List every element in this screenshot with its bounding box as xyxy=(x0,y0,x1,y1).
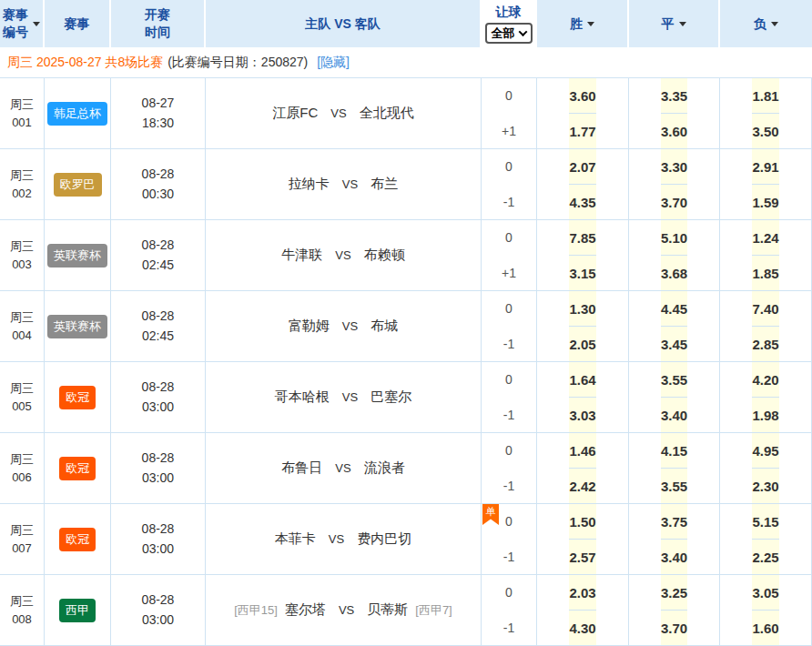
lose-odds[interactable]: 4.95 xyxy=(752,433,778,469)
teams-cell: 牛津联 VS 布赖顿 xyxy=(206,220,482,290)
header-match-number[interactable]: 赛事 编号 xyxy=(0,0,45,47)
draw-odds[interactable]: 3.45 xyxy=(661,327,687,361)
match-number: 001 xyxy=(12,114,32,132)
draw-odds[interactable]: 3.30 xyxy=(661,149,687,185)
home-team: 拉纳卡 xyxy=(289,176,330,193)
match-number-cell: 周三 006 xyxy=(0,433,45,503)
win-odds[interactable]: 3.15 xyxy=(569,256,595,290)
win-odds[interactable]: 1.46 xyxy=(569,433,595,469)
lose-odds-column: 4.20 1.98 xyxy=(720,362,812,432)
home-team: 江原FC xyxy=(272,105,318,122)
sort-arrow-icon[interactable] xyxy=(587,22,594,26)
win-odds[interactable]: 1.77 xyxy=(569,114,595,148)
lose-odds[interactable]: 4.20 xyxy=(752,362,778,398)
league-cell: 英联赛杯 xyxy=(45,291,111,361)
header-handicap: 让球 全部 xyxy=(482,0,537,47)
match-time: 02:45 xyxy=(142,327,174,347)
match-number: 008 xyxy=(12,611,32,629)
handicap-cell: 0 -1 xyxy=(482,291,537,361)
match-time: 03:00 xyxy=(142,540,174,560)
hide-link[interactable]: [隐藏] xyxy=(317,55,350,71)
draw-odds[interactable]: 3.75 xyxy=(661,504,687,540)
home-team: 哥本哈根 xyxy=(275,389,330,406)
draw-odds[interactable]: 3.55 xyxy=(661,362,687,398)
match-day: 周三 xyxy=(10,592,34,611)
draw-odds[interactable]: 3.55 xyxy=(661,469,687,503)
start-time-cell: 08-27 18:30 xyxy=(111,78,206,148)
win-odds[interactable]: 1.64 xyxy=(569,362,595,398)
lose-odds[interactable]: 2.85 xyxy=(752,327,778,361)
win-odds[interactable]: 4.35 xyxy=(569,185,595,219)
draw-odds-column: 4.45 3.45 xyxy=(629,291,720,361)
draw-odds[interactable]: 4.15 xyxy=(661,433,687,469)
draw-odds[interactable]: 3.68 xyxy=(661,256,687,290)
league-cell: 英联赛杯 xyxy=(45,220,111,290)
win-odds[interactable]: 1.30 xyxy=(569,291,595,327)
win-odds[interactable]: 1.50 xyxy=(569,504,595,540)
handicap-value: +1 xyxy=(482,256,536,291)
lose-odds[interactable]: 2.25 xyxy=(752,540,778,574)
match-time: 03:00 xyxy=(142,611,174,631)
league-badge: 欧冠 xyxy=(59,457,96,480)
lose-odds[interactable]: 7.40 xyxy=(752,291,778,327)
sort-arrow-icon[interactable] xyxy=(679,22,686,26)
sort-arrow-icon[interactable] xyxy=(33,22,40,26)
win-odds[interactable]: 2.07 xyxy=(569,149,595,185)
draw-odds[interactable]: 3.70 xyxy=(661,611,687,645)
match-row: 周三 006 欧冠 08-28 03:00 布鲁日 VS 流浪者 0 -1 1.… xyxy=(0,433,812,504)
handicap-value: 0 xyxy=(482,575,536,611)
teams-cell: 本菲卡 VS 费内巴切 xyxy=(206,504,482,574)
draw-odds[interactable]: 3.35 xyxy=(661,78,687,114)
match-number-cell: 周三 001 xyxy=(0,78,45,148)
lose-odds[interactable]: 3.05 xyxy=(752,575,778,611)
win-odds-column: 3.60 1.77 xyxy=(537,78,629,148)
match-date: 08-28 xyxy=(142,236,175,256)
handicap-value: 0 xyxy=(482,220,536,256)
draw-odds[interactable]: 4.45 xyxy=(661,291,687,327)
draw-odds[interactable]: 3.40 xyxy=(661,398,687,432)
lose-odds[interactable]: 3.50 xyxy=(752,114,778,148)
header-win[interactable]: 胜 xyxy=(537,0,629,47)
win-odds[interactable]: 2.57 xyxy=(569,540,595,574)
win-odds[interactable]: 2.42 xyxy=(569,469,595,503)
lose-odds-column: 2.91 1.59 xyxy=(720,149,812,219)
header-draw[interactable]: 平 xyxy=(629,0,720,47)
draw-odds[interactable]: 3.40 xyxy=(661,540,687,574)
lose-odds[interactable]: 1.59 xyxy=(752,185,778,219)
chevron-down-icon xyxy=(518,27,527,36)
lose-odds[interactable]: 1.60 xyxy=(752,611,778,645)
vs-label: VS xyxy=(335,461,350,475)
header-match-number-line2: 编号 xyxy=(3,24,28,41)
win-odds-column: 2.03 4.30 xyxy=(537,575,629,645)
win-odds[interactable]: 3.60 xyxy=(569,78,595,114)
lose-odds[interactable]: 1.24 xyxy=(752,220,778,256)
start-time-cell: 08-28 02:45 xyxy=(111,220,206,290)
draw-odds[interactable]: 3.70 xyxy=(661,185,687,219)
lose-odds[interactable]: 5.15 xyxy=(752,504,778,540)
handicap-filter-select[interactable]: 全部 xyxy=(485,23,533,45)
lose-odds[interactable]: 1.81 xyxy=(752,78,778,114)
win-odds[interactable]: 2.05 xyxy=(569,327,595,361)
lose-odds[interactable]: 2.30 xyxy=(752,469,778,503)
league-badge: 欧冠 xyxy=(59,528,96,551)
lose-odds[interactable]: 1.98 xyxy=(752,398,778,432)
win-odds[interactable]: 4.30 xyxy=(569,611,595,645)
start-time-cell: 08-28 02:45 xyxy=(111,291,206,361)
match-number: 003 xyxy=(12,256,32,274)
draw-odds[interactable]: 3.60 xyxy=(661,114,687,148)
date-info: 周三 2025-08-27 共8场比赛 xyxy=(7,55,163,71)
win-odds[interactable]: 7.85 xyxy=(569,220,595,256)
match-number: 004 xyxy=(12,327,32,345)
sort-arrow-icon[interactable] xyxy=(771,22,778,26)
draw-odds[interactable]: 5.10 xyxy=(661,220,687,256)
win-odds-column: 2.07 4.35 xyxy=(537,149,629,219)
start-time-cell: 08-28 00:30 xyxy=(111,149,206,219)
win-odds[interactable]: 3.03 xyxy=(569,398,595,432)
match-number-cell: 周三 008 xyxy=(0,575,45,645)
draw-odds-column: 3.30 3.70 xyxy=(629,149,720,219)
lose-odds[interactable]: 1.85 xyxy=(752,256,778,290)
lose-odds[interactable]: 2.91 xyxy=(752,149,778,185)
header-lose[interactable]: 负 xyxy=(720,0,812,47)
win-odds[interactable]: 2.03 xyxy=(569,575,595,611)
draw-odds[interactable]: 3.25 xyxy=(661,575,687,611)
